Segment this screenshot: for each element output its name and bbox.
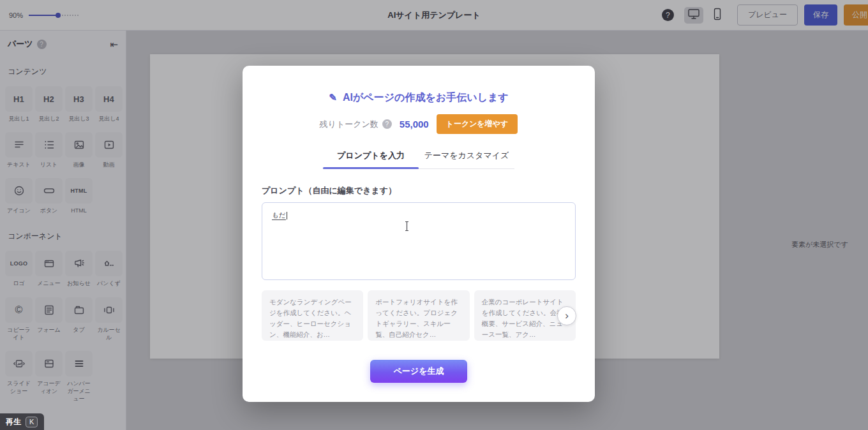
tab-prompt-input[interactable]: プロンプトを入力	[323, 150, 419, 168]
prompt-field-label: プロンプト（自由に編集できます）	[262, 185, 576, 196]
modal-title-text: AIがページの作成をお手伝いします	[343, 92, 509, 103]
modal-title: ✎AIがページの作成をお手伝いします	[243, 91, 595, 105]
tokens-info-icon[interactable]: ?	[382, 119, 392, 129]
modal-tabs: プロンプトを入力 テーマをカスタマイズ	[323, 150, 514, 169]
ai-generate-modal: ✎AIがページの作成をお手伝いします 残りトークン数 ? 55,000 トークン…	[243, 66, 595, 402]
tokens-remaining-label: 残りトークン数 ?	[320, 119, 392, 130]
chevron-right-icon: ›	[565, 309, 569, 322]
ibeam-cursor	[404, 221, 410, 233]
prompt-ime-text: もだ	[272, 211, 286, 220]
prompt-textarea[interactable]: もだ	[262, 202, 576, 280]
pen-icon: ✎	[329, 92, 337, 103]
replay-keycap: K	[26, 417, 38, 427]
add-tokens-button[interactable]: トークンを増やす	[437, 114, 518, 134]
next-suggestions-button[interactable]: ›	[557, 306, 576, 325]
replay-shortcut-badge[interactable]: 再生 K	[0, 413, 44, 430]
replay-label: 再生	[6, 417, 21, 427]
text-caret	[287, 212, 287, 219]
tokens-remaining-value: 55,000	[400, 119, 429, 130]
prompt-suggestions: モダンなランディングページを作成してください。ヘッダー、ヒーローセクション、機能…	[262, 290, 576, 341]
generate-page-button[interactable]: ページを生成	[370, 360, 467, 383]
tab-customize-theme[interactable]: テーマをカスタマイズ	[419, 150, 514, 168]
tokens-label-text: 残りトークン数	[320, 119, 378, 130]
suggestion-card-portfolio[interactable]: ポートフォリオサイトを作ってください。プロジェクトギャラリー、スキル一覧、自己紹…	[368, 290, 469, 341]
app-window: 90% AIサイト用テンプレート ?	[0, 0, 868, 430]
suggestion-card-landing[interactable]: モダンなランディングページを作成してください。ヘッダー、ヒーローセクション、機能…	[262, 290, 363, 341]
token-row: 残りトークン数 ? 55,000 トークンを増やす	[243, 114, 595, 134]
